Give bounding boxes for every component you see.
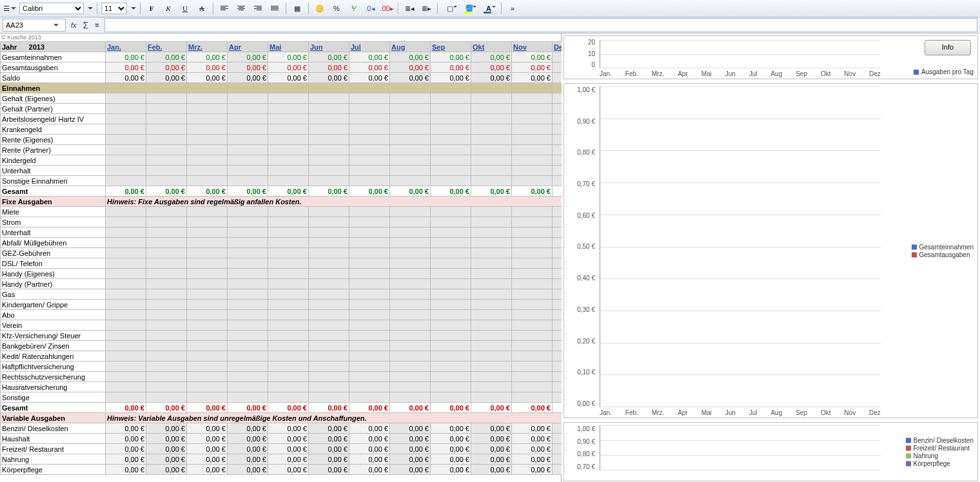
cell[interactable] <box>268 248 309 258</box>
cell[interactable] <box>187 227 228 238</box>
summary-value[interactable]: 0,00 € <box>146 52 187 63</box>
cell[interactable] <box>146 248 187 258</box>
cell[interactable] <box>512 269 553 279</box>
cell[interactable] <box>512 104 553 114</box>
cell[interactable]: 0,00 € <box>471 454 512 465</box>
cell[interactable] <box>146 320 187 331</box>
cell[interactable] <box>146 166 187 176</box>
summary-value[interactable]: 0,00 € <box>268 73 309 83</box>
cell[interactable] <box>390 341 431 351</box>
month-header[interactable]: Jan. <box>106 42 146 52</box>
summary-value[interactable]: 0,00 € <box>228 73 268 83</box>
cell[interactable] <box>390 392 431 403</box>
cell[interactable] <box>106 320 146 331</box>
cell[interactable] <box>431 166 471 176</box>
cell[interactable] <box>512 124 553 135</box>
cell[interactable] <box>390 269 431 279</box>
cell[interactable] <box>349 207 390 217</box>
cell[interactable] <box>309 310 349 320</box>
cell[interactable] <box>106 83 146 93</box>
cell[interactable] <box>512 248 553 258</box>
cell[interactable] <box>146 238 187 248</box>
size-dropdown-icon[interactable] <box>131 7 136 10</box>
cell[interactable] <box>471 207 512 217</box>
cell[interactable] <box>309 155 349 166</box>
cell[interactable] <box>146 289 187 300</box>
cell[interactable]: 0,00 € <box>349 444 390 454</box>
cell[interactable] <box>228 155 268 166</box>
cell[interactable] <box>390 104 431 114</box>
cell[interactable] <box>471 372 512 382</box>
cell[interactable] <box>390 135 431 145</box>
cell[interactable] <box>390 248 431 258</box>
cell[interactable] <box>268 207 309 217</box>
cell[interactable] <box>268 331 309 341</box>
cell[interactable]: 0,00 € <box>228 465 268 475</box>
cell[interactable] <box>106 227 146 238</box>
font-size-select[interactable]: 11 <box>101 3 127 14</box>
styles-icon[interactable]: ☰ <box>3 1 17 15</box>
cell[interactable] <box>309 227 349 238</box>
summary-value[interactable]: 0,00 € <box>349 73 390 83</box>
cell[interactable] <box>349 124 390 135</box>
cell[interactable] <box>349 392 390 403</box>
cell[interactable] <box>431 392 471 403</box>
cell[interactable] <box>106 217 146 227</box>
cell[interactable]: 0,00 € <box>146 454 187 465</box>
cell[interactable] <box>146 351 187 362</box>
decrease-indent-button[interactable]: ≣◂ <box>402 1 416 15</box>
row-label[interactable]: Freizeit/ Restaurant <box>1 444 106 454</box>
cell[interactable]: 0,00 € <box>268 444 309 454</box>
cell[interactable] <box>268 166 309 176</box>
cell[interactable] <box>146 279 187 289</box>
cell[interactable]: 0,00 € <box>349 454 390 465</box>
cell[interactable] <box>187 258 228 269</box>
cell[interactable]: 0,00 € <box>390 465 431 475</box>
cell[interactable]: 0,00 € <box>309 423 349 434</box>
cell[interactable] <box>228 93 268 104</box>
cell[interactable] <box>471 176 512 186</box>
summary-value[interactable]: 0,00 € <box>471 73 512 83</box>
merge-cells-button[interactable]: ▦ <box>290 1 304 15</box>
cell[interactable] <box>228 248 268 258</box>
cell[interactable] <box>471 382 512 392</box>
sum-value[interactable]: 0,00 € <box>309 186 349 197</box>
cell[interactable] <box>309 372 349 382</box>
cell[interactable] <box>106 258 146 269</box>
cell[interactable] <box>268 238 309 248</box>
row-label[interactable]: Verein <box>1 320 106 331</box>
cell[interactable] <box>471 320 512 331</box>
cell[interactable] <box>349 372 390 382</box>
cell[interactable] <box>349 83 390 93</box>
cell[interactable] <box>390 114 431 124</box>
font-color-button[interactable]: A <box>480 1 497 15</box>
info-button[interactable]: Info <box>925 40 971 55</box>
cell[interactable] <box>431 124 471 135</box>
cell[interactable] <box>431 382 471 392</box>
cell[interactable] <box>390 258 431 269</box>
cell[interactable] <box>268 289 309 300</box>
cell[interactable] <box>106 372 146 382</box>
cell[interactable] <box>268 145 309 155</box>
summary-value[interactable]: 0,00 € <box>390 73 431 83</box>
cell[interactable] <box>309 320 349 331</box>
cell[interactable]: 0,00 € <box>228 444 268 454</box>
cell[interactable] <box>228 351 268 362</box>
cell[interactable] <box>512 227 553 238</box>
cell[interactable]: 0,00 € <box>512 465 553 475</box>
cell[interactable] <box>431 155 471 166</box>
cell[interactable] <box>268 320 309 331</box>
cell[interactable] <box>228 124 268 135</box>
cell[interactable]: 0,00 € <box>146 423 187 434</box>
increase-indent-button[interactable]: ≣▸ <box>419 1 433 15</box>
cell[interactable] <box>187 248 228 258</box>
cell[interactable] <box>146 145 187 155</box>
cell[interactable] <box>471 217 512 227</box>
cell[interactable] <box>106 300 146 310</box>
chart-ausgaben-pro-tag[interactable]: Info 20100 Jan.Feb.Mrz.AprMaiJunJulAugSe… <box>564 35 978 79</box>
month-header[interactable]: Nov <box>512 42 553 52</box>
cell[interactable] <box>146 217 187 227</box>
cell[interactable]: 0,00 € <box>349 434 390 444</box>
summary-value[interactable]: 0,00 € <box>187 63 228 73</box>
cell[interactable] <box>106 289 146 300</box>
